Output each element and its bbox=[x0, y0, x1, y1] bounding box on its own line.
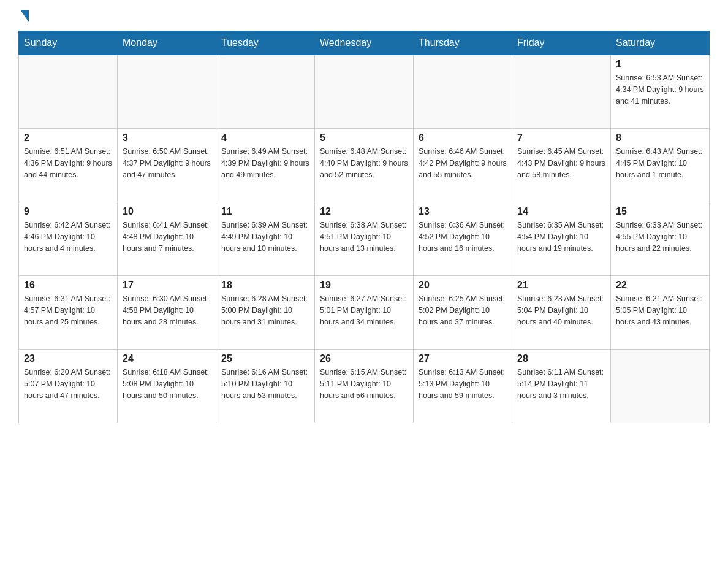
day-number: 27 bbox=[419, 353, 507, 364]
day-cell: 28Sunrise: 6:11 AM Sunset: 5:14 PM Dayli… bbox=[512, 350, 611, 423]
day-number: 21 bbox=[517, 280, 605, 291]
day-number: 10 bbox=[123, 206, 211, 217]
day-info: Sunrise: 6:11 AM Sunset: 5:14 PM Dayligh… bbox=[517, 367, 605, 401]
day-number: 3 bbox=[123, 132, 211, 144]
day-cell: 7Sunrise: 6:45 AM Sunset: 4:43 PM Daylig… bbox=[512, 129, 611, 202]
day-cell: 9Sunrise: 6:42 AM Sunset: 4:46 PM Daylig… bbox=[19, 202, 118, 276]
day-number: 11 bbox=[221, 206, 309, 217]
weekday-header-sunday: Sunday bbox=[19, 31, 118, 55]
weekday-header-saturday: Saturday bbox=[611, 31, 710, 55]
day-number: 20 bbox=[419, 280, 507, 291]
day-cell: 5Sunrise: 6:48 AM Sunset: 4:40 PM Daylig… bbox=[315, 129, 414, 202]
logo-triangle-icon bbox=[20, 10, 29, 22]
day-cell: 8Sunrise: 6:43 AM Sunset: 4:45 PM Daylig… bbox=[611, 129, 710, 202]
day-cell: 14Sunrise: 6:35 AM Sunset: 4:54 PM Dayli… bbox=[512, 202, 611, 276]
day-info: Sunrise: 6:16 AM Sunset: 5:10 PM Dayligh… bbox=[221, 367, 309, 401]
day-cell: 4Sunrise: 6:49 AM Sunset: 4:39 PM Daylig… bbox=[216, 129, 315, 202]
day-info: Sunrise: 6:46 AM Sunset: 4:42 PM Dayligh… bbox=[419, 146, 507, 180]
week-row-2: 2Sunrise: 6:51 AM Sunset: 4:36 PM Daylig… bbox=[19, 129, 710, 202]
day-cell: 22Sunrise: 6:21 AM Sunset: 5:05 PM Dayli… bbox=[611, 276, 710, 350]
day-cell: 1Sunrise: 6:53 AM Sunset: 4:34 PM Daylig… bbox=[611, 55, 710, 129]
day-info: Sunrise: 6:50 AM Sunset: 4:37 PM Dayligh… bbox=[123, 146, 211, 180]
day-info: Sunrise: 6:48 AM Sunset: 4:40 PM Dayligh… bbox=[320, 146, 408, 180]
day-number: 23 bbox=[24, 353, 112, 364]
day-info: Sunrise: 6:23 AM Sunset: 5:04 PM Dayligh… bbox=[517, 293, 605, 327]
day-number: 28 bbox=[517, 353, 605, 364]
day-number: 19 bbox=[320, 280, 408, 291]
day-info: Sunrise: 6:33 AM Sunset: 4:55 PM Dayligh… bbox=[616, 220, 704, 254]
day-cell: 15Sunrise: 6:33 AM Sunset: 4:55 PM Dayli… bbox=[611, 202, 710, 276]
day-cell: 21Sunrise: 6:23 AM Sunset: 5:04 PM Dayli… bbox=[512, 276, 611, 350]
day-number: 24 bbox=[123, 353, 211, 364]
day-cell: 6Sunrise: 6:46 AM Sunset: 4:42 PM Daylig… bbox=[414, 129, 512, 202]
day-info: Sunrise: 6:36 AM Sunset: 4:52 PM Dayligh… bbox=[419, 220, 507, 254]
day-number: 12 bbox=[320, 206, 408, 217]
day-number: 17 bbox=[123, 280, 211, 291]
logo bbox=[18, 12, 29, 21]
day-number: 2 bbox=[24, 132, 112, 144]
day-number: 14 bbox=[517, 206, 605, 217]
day-info: Sunrise: 6:43 AM Sunset: 4:45 PM Dayligh… bbox=[616, 146, 704, 180]
weekday-header-wednesday: Wednesday bbox=[315, 31, 414, 55]
day-cell bbox=[512, 55, 611, 129]
day-info: Sunrise: 6:21 AM Sunset: 5:05 PM Dayligh… bbox=[616, 293, 704, 327]
day-number: 18 bbox=[221, 280, 309, 291]
weekday-header-friday: Friday bbox=[512, 31, 611, 55]
day-number: 26 bbox=[320, 353, 408, 364]
day-cell: 18Sunrise: 6:28 AM Sunset: 5:00 PM Dayli… bbox=[216, 276, 315, 350]
day-number: 5 bbox=[320, 132, 408, 144]
day-cell: 24Sunrise: 6:18 AM Sunset: 5:08 PM Dayli… bbox=[118, 350, 216, 423]
day-info: Sunrise: 6:20 AM Sunset: 5:07 PM Dayligh… bbox=[24, 367, 112, 401]
day-cell: 2Sunrise: 6:51 AM Sunset: 4:36 PM Daylig… bbox=[19, 129, 118, 202]
day-cell: 25Sunrise: 6:16 AM Sunset: 5:10 PM Dayli… bbox=[216, 350, 315, 423]
week-row-4: 16Sunrise: 6:31 AM Sunset: 4:57 PM Dayli… bbox=[19, 276, 710, 350]
day-number: 4 bbox=[221, 132, 309, 144]
day-number: 22 bbox=[616, 280, 704, 291]
day-info: Sunrise: 6:49 AM Sunset: 4:39 PM Dayligh… bbox=[221, 146, 309, 180]
day-info: Sunrise: 6:30 AM Sunset: 4:58 PM Dayligh… bbox=[123, 293, 211, 327]
week-row-5: 23Sunrise: 6:20 AM Sunset: 5:07 PM Dayli… bbox=[19, 350, 710, 423]
day-info: Sunrise: 6:45 AM Sunset: 4:43 PM Dayligh… bbox=[517, 146, 605, 180]
day-cell bbox=[19, 55, 118, 129]
day-cell: 11Sunrise: 6:39 AM Sunset: 4:49 PM Dayli… bbox=[216, 202, 315, 276]
day-cell bbox=[315, 55, 414, 129]
day-cell bbox=[118, 55, 216, 129]
week-row-3: 9Sunrise: 6:42 AM Sunset: 4:46 PM Daylig… bbox=[19, 202, 710, 276]
day-cell: 10Sunrise: 6:41 AM Sunset: 4:48 PM Dayli… bbox=[118, 202, 216, 276]
weekday-header-thursday: Thursday bbox=[414, 31, 512, 55]
day-info: Sunrise: 6:28 AM Sunset: 5:00 PM Dayligh… bbox=[221, 293, 309, 327]
day-cell: 13Sunrise: 6:36 AM Sunset: 4:52 PM Dayli… bbox=[414, 202, 512, 276]
day-number: 16 bbox=[24, 280, 112, 291]
day-info: Sunrise: 6:38 AM Sunset: 4:51 PM Dayligh… bbox=[320, 220, 408, 254]
day-number: 9 bbox=[24, 206, 112, 217]
day-number: 6 bbox=[419, 132, 507, 144]
day-number: 1 bbox=[616, 59, 704, 70]
day-number: 7 bbox=[517, 132, 605, 144]
day-info: Sunrise: 6:41 AM Sunset: 4:48 PM Dayligh… bbox=[123, 220, 211, 254]
day-info: Sunrise: 6:27 AM Sunset: 5:01 PM Dayligh… bbox=[320, 293, 408, 327]
day-cell: 26Sunrise: 6:15 AM Sunset: 5:11 PM Dayli… bbox=[315, 350, 414, 423]
day-cell: 20Sunrise: 6:25 AM Sunset: 5:02 PM Dayli… bbox=[414, 276, 512, 350]
weekday-header-tuesday: Tuesday bbox=[216, 31, 315, 55]
day-info: Sunrise: 6:51 AM Sunset: 4:36 PM Dayligh… bbox=[24, 146, 112, 180]
day-cell: 27Sunrise: 6:13 AM Sunset: 5:13 PM Dayli… bbox=[414, 350, 512, 423]
day-info: Sunrise: 6:18 AM Sunset: 5:08 PM Dayligh… bbox=[123, 367, 211, 401]
day-info: Sunrise: 6:42 AM Sunset: 4:46 PM Dayligh… bbox=[24, 220, 112, 254]
day-number: 8 bbox=[616, 132, 704, 144]
day-cell: 19Sunrise: 6:27 AM Sunset: 5:01 PM Dayli… bbox=[315, 276, 414, 350]
day-number: 15 bbox=[616, 206, 704, 217]
day-info: Sunrise: 6:13 AM Sunset: 5:13 PM Dayligh… bbox=[419, 367, 507, 401]
day-info: Sunrise: 6:15 AM Sunset: 5:11 PM Dayligh… bbox=[320, 367, 408, 401]
day-cell bbox=[414, 55, 512, 129]
day-info: Sunrise: 6:25 AM Sunset: 5:02 PM Dayligh… bbox=[419, 293, 507, 327]
day-number: 13 bbox=[419, 206, 507, 217]
week-row-1: 1Sunrise: 6:53 AM Sunset: 4:34 PM Daylig… bbox=[19, 55, 710, 129]
page-header bbox=[18, 12, 710, 21]
day-cell: 17Sunrise: 6:30 AM Sunset: 4:58 PM Dayli… bbox=[118, 276, 216, 350]
day-cell: 12Sunrise: 6:38 AM Sunset: 4:51 PM Dayli… bbox=[315, 202, 414, 276]
day-info: Sunrise: 6:31 AM Sunset: 4:57 PM Dayligh… bbox=[24, 293, 112, 327]
day-cell: 23Sunrise: 6:20 AM Sunset: 5:07 PM Dayli… bbox=[19, 350, 118, 423]
day-number: 25 bbox=[221, 353, 309, 364]
day-cell bbox=[611, 350, 710, 423]
day-cell: 3Sunrise: 6:50 AM Sunset: 4:37 PM Daylig… bbox=[118, 129, 216, 202]
